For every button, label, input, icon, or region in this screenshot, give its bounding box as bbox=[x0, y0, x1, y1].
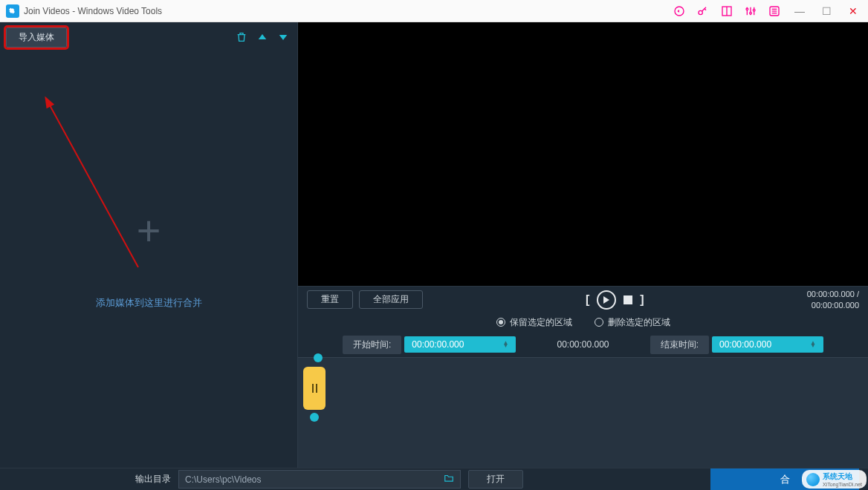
workspace: 导入媒体 + 添加媒体到这里进行合并 重置 全部应用 [ ] bbox=[0, 22, 868, 468]
media-toolbar: 导入媒体 bbox=[0, 22, 297, 52]
end-time-label: 结束时间: bbox=[650, 336, 709, 354]
radio-checked-icon bbox=[496, 318, 505, 327]
watermark-url: XiTongTianDi.net bbox=[823, 482, 862, 487]
delete-icon[interactable] bbox=[233, 29, 250, 45]
timeline-marker[interactable] bbox=[310, 353, 326, 422]
title-actions: — ☐ ✕ bbox=[672, 4, 862, 19]
start-time-value: 00:00:00.000 bbox=[412, 339, 464, 350]
remove-region-label: 删除选定的区域 bbox=[608, 316, 670, 329]
video-preview bbox=[298, 22, 868, 286]
move-down-icon[interactable] bbox=[275, 29, 291, 45]
drop-hint: 添加媒体到这里进行合并 bbox=[96, 296, 202, 310]
timeline[interactable] bbox=[298, 357, 868, 468]
start-time-label: 开始时间: bbox=[343, 336, 401, 354]
duration-display: 00:00:00.000 bbox=[519, 339, 647, 350]
layout-icon[interactable] bbox=[719, 4, 734, 19]
settings-icon[interactable] bbox=[743, 4, 758, 19]
output-path-field[interactable]: C:\Users\pc\Videos bbox=[178, 470, 461, 489]
reset-button[interactable]: 重置 bbox=[307, 290, 353, 309]
end-time-field[interactable]: 00:00:00.000 ▲▼ bbox=[712, 336, 823, 353]
time-inputs-row: 开始时间: 00:00:00.000 ▲▼ 00:00:00.000 结束时间:… bbox=[298, 332, 868, 357]
maximize-button[interactable]: ☐ bbox=[817, 5, 835, 17]
cart-icon[interactable] bbox=[672, 4, 687, 19]
app-icon bbox=[6, 4, 19, 18]
watermark: 系统天地 XiTongTianDi.net bbox=[802, 470, 867, 489]
plus-icon: + bbox=[137, 210, 161, 252]
svg-line-14 bbox=[49, 104, 138, 267]
titlebar: Join Videos - Windows Video Tools — ☐ ✕ bbox=[0, 0, 868, 22]
move-up-icon[interactable] bbox=[254, 29, 271, 45]
mark-in-icon[interactable]: [ bbox=[586, 293, 589, 307]
menu-icon[interactable] bbox=[767, 4, 782, 19]
globe-icon bbox=[806, 473, 820, 486]
key-icon[interactable] bbox=[696, 4, 710, 19]
play-button[interactable] bbox=[597, 290, 616, 310]
open-folder-button[interactable]: 打开 bbox=[468, 470, 523, 489]
svg-point-7 bbox=[746, 8, 748, 10]
svg-point-9 bbox=[753, 9, 755, 11]
keep-region-radio[interactable]: 保留选定的区域 bbox=[496, 316, 572, 329]
play-group: [ ] bbox=[586, 290, 644, 310]
close-button[interactable]: ✕ bbox=[844, 5, 862, 17]
mark-out-icon[interactable]: ] bbox=[640, 293, 644, 307]
media-panel: 导入媒体 + 添加媒体到这里进行合并 bbox=[0, 22, 297, 468]
output-path-value: C:\Users\pc\Videos bbox=[185, 474, 262, 485]
output-dir-label: 输出目录 bbox=[135, 473, 171, 486]
remove-region-radio[interactable]: 删除选定的区域 bbox=[595, 316, 670, 329]
folder-icon[interactable] bbox=[444, 473, 454, 486]
stop-button[interactable] bbox=[624, 295, 632, 304]
svg-point-1 bbox=[699, 10, 702, 14]
marker-foot-icon bbox=[310, 413, 319, 422]
svg-point-8 bbox=[750, 12, 752, 14]
preview-panel: 重置 全部应用 [ ] 00:00:00.000 / 00:00:00.000 … bbox=[297, 22, 868, 468]
radio-unchecked-icon bbox=[595, 318, 603, 327]
watermark-brand: 系统天地 bbox=[823, 471, 862, 482]
end-time-value: 00:00:00.000 bbox=[719, 339, 771, 350]
annotation-arrow bbox=[42, 97, 146, 275]
region-mode-row: 保留选定的区域 删除选定的区域 bbox=[298, 313, 868, 332]
spinner-icon[interactable]: ▲▼ bbox=[810, 342, 816, 347]
minimize-button[interactable]: — bbox=[791, 5, 809, 17]
apply-all-button[interactable]: 全部应用 bbox=[359, 290, 423, 309]
spinner-icon[interactable]: ▲▼ bbox=[502, 342, 508, 347]
marker-head-icon bbox=[314, 353, 323, 362]
window-title: Join Videos - Windows Video Tools bbox=[24, 6, 672, 16]
time-display: 00:00:00.000 / 00:00:00.000 bbox=[807, 289, 859, 310]
start-time-field[interactable]: 00:00:00.000 ▲▼ bbox=[404, 336, 516, 353]
time-total: 00:00:00.000 bbox=[807, 300, 859, 310]
bottom-bar: 输出目录 C:\Users\pc\Videos 打开 合 系统天地 XiTong… bbox=[0, 468, 868, 490]
playback-controls: 重置 全部应用 [ ] 00:00:00.000 / 00:00:00.000 bbox=[298, 286, 868, 313]
keep-region-label: 保留选定的区域 bbox=[510, 316, 572, 329]
time-current: 00:00:00.000 / bbox=[807, 289, 859, 299]
import-media-button[interactable]: 导入媒体 bbox=[6, 27, 67, 48]
media-drop-zone[interactable]: + 添加媒体到这里进行合并 bbox=[0, 52, 297, 468]
marker-handle-icon[interactable] bbox=[303, 367, 326, 410]
